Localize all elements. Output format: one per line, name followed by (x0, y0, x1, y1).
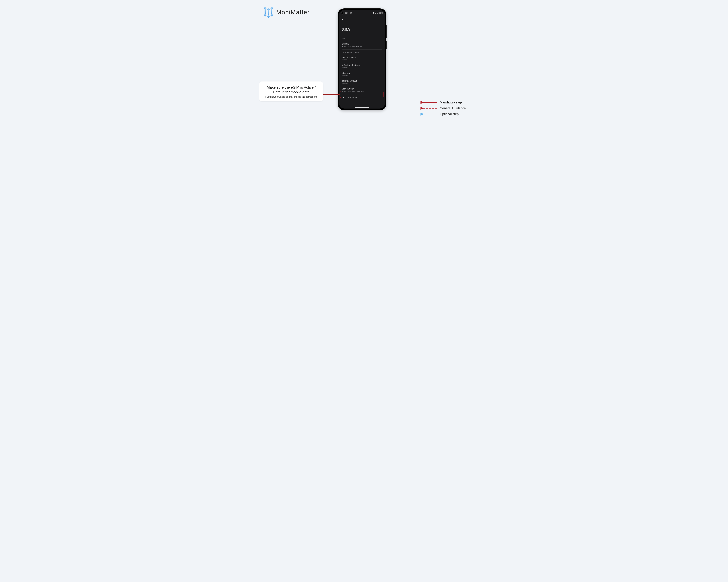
section-downloaded-label: DOWNLOADED SIMS (342, 51, 382, 53)
sim-row-ais[interactable]: AIS gLobal 18 sep Inactive (342, 62, 382, 70)
legend-label: Mandatory step (440, 101, 462, 104)
callout-sub: If you have multiple eSIMs, choose the c… (262, 95, 320, 99)
logo-mark (263, 6, 274, 18)
signal-icon (375, 12, 376, 14)
legend-guidance: General Guidance (420, 106, 466, 110)
callout-box: Make sure the eSIM is Active / Default f… (259, 82, 323, 102)
legend: Mandatory step General Guidance (420, 101, 466, 116)
highlight-3hk (340, 91, 384, 98)
battery-icon (379, 12, 380, 14)
battery-percent: 69% (380, 12, 383, 14)
svg-rect-12 (379, 12, 379, 12)
sim-sub: Inactive (342, 83, 382, 84)
svg-point-5 (267, 15, 270, 18)
legend-optional: Optional step (420, 112, 466, 116)
section-sim-label: SIM (342, 38, 382, 39)
sim-sub: Inactive (342, 59, 382, 61)
wifi-icon (372, 12, 374, 14)
sim-sub: Inactive (342, 75, 382, 76)
app-topbar (339, 17, 385, 22)
legend-label: General Guidance (440, 106, 466, 110)
back-icon[interactable] (342, 18, 345, 21)
page-title: SIMs (342, 27, 382, 32)
status-bar: 13:54 (339, 11, 385, 15)
brand-logo: MobiMatter (263, 6, 310, 18)
svg-point-8 (270, 14, 273, 17)
callout-title: Make sure the eSIM is Active / Default f… (262, 85, 320, 94)
dnd-icon (350, 12, 352, 14)
sim-name: dtac test (342, 72, 382, 74)
status-time: 13:54 (345, 12, 349, 14)
arrow-solid-red-icon (420, 101, 437, 104)
sim-row-etisalat[interactable]: Etisalat Active / Default for calls, SMS (342, 41, 382, 49)
sim-sub: Inactive (342, 67, 382, 68)
legend-label: Optional step (440, 112, 459, 116)
arrow-solid-blue-icon (420, 113, 437, 115)
logo-text: MobiMatter (276, 9, 310, 16)
sim-name: AIS gLobal 18 sep (342, 64, 382, 66)
volume-rocker (386, 25, 387, 38)
home-indicator (355, 107, 369, 108)
sim-name: eSIMgo 702395 (342, 80, 382, 82)
power-button (386, 41, 387, 49)
sim-name: 3HK 700514 (342, 87, 382, 90)
sim-name: Etisalat (342, 43, 382, 45)
signal-icon-2 (377, 12, 378, 14)
arrow-dashed-red-icon (420, 107, 437, 110)
sim-row-esimgo[interactable]: eSIMgo 702395 Inactive (342, 78, 382, 86)
sim-name: O2 CZ 650748 (342, 56, 382, 58)
sim-sub: Active / Default for calls, SMS (342, 46, 382, 47)
legend-mandatory: Mandatory step (420, 101, 466, 104)
sim-row-dtac[interactable]: dtac test Inactive (342, 70, 382, 78)
svg-rect-13 (379, 12, 380, 13)
sim-row-o2[interactable]: O2 CZ 650748 Inactive (342, 55, 382, 62)
svg-point-2 (264, 14, 266, 17)
